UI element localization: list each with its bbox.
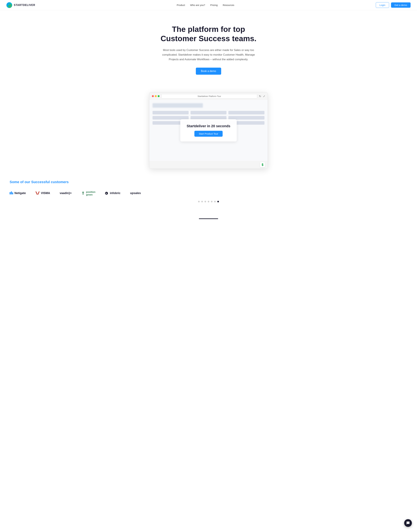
- svg-rect-1: [10, 192, 10, 194]
- hero-title-line2: Customer Success teams.: [161, 34, 256, 43]
- positiongreen-label: positiongreen: [86, 191, 95, 196]
- svg-text:b: b: [106, 192, 107, 195]
- blurred-top-bar: [153, 103, 203, 108]
- blurred-col-4: [153, 116, 189, 120]
- dot-7[interactable]: [217, 201, 219, 202]
- bottom-divider: [199, 218, 218, 219]
- nav-links: Product Who are you? Pricing Resources: [177, 4, 234, 6]
- logo-upsales: upsales: [130, 191, 141, 195]
- nav-resources[interactable]: Resources: [223, 4, 234, 6]
- customers-section: Some of our Successful customers Netigat…: [0, 169, 417, 212]
- hero-subtitle: Most tools used by Customer Success are …: [160, 48, 257, 62]
- navbar: STARTDELIVER Product Who are you? Pricin…: [0, 0, 417, 10]
- browser-mockup-wrapper: Startdeliver Platform Tour ↻ ⤢: [146, 92, 271, 169]
- nav-actions: Login Get a demo: [376, 2, 411, 8]
- nav-pricing[interactable]: Pricing: [210, 4, 218, 6]
- start-product-tour-button[interactable]: Start Product Tour: [194, 131, 223, 137]
- dot-1[interactable]: [198, 201, 200, 202]
- dot-4[interactable]: [208, 201, 209, 202]
- blurred-col-1: [153, 111, 189, 114]
- tour-title: Startdeliver in 20 seconds: [187, 124, 230, 128]
- browser-content: Startdeliver in 20 seconds Start Product…: [149, 100, 268, 161]
- logo-positiongreen: positiongreen: [81, 191, 95, 196]
- blurred-col-3: [228, 111, 264, 114]
- dot-5[interactable]: [211, 201, 212, 202]
- visma-label: VISMA: [41, 191, 50, 195]
- vaadin-label: vaadin}>: [60, 191, 72, 195]
- browser-dots: [152, 95, 160, 97]
- positiongreen-icon: [81, 191, 85, 195]
- browser-dot-yellow: [155, 95, 157, 97]
- dot-2[interactable]: [201, 201, 203, 202]
- book-demo-button[interactable]: Book a demo: [196, 68, 221, 75]
- blurred-col-2: [190, 111, 227, 114]
- bottom-section: [0, 212, 417, 219]
- logo-netigate: Netigate: [10, 191, 26, 195]
- upsales-label: upsales: [130, 191, 141, 195]
- blurred-col-row-2: [153, 116, 264, 120]
- logo-icon: [6, 2, 12, 8]
- browser-reload-icon[interactable]: ↻: [259, 95, 261, 98]
- customers-heading: Some of our Successful customers: [10, 180, 407, 184]
- nav-who-are-you[interactable]: Who are you?: [190, 4, 205, 6]
- hero-section: The platform for top Customer Success te…: [136, 10, 281, 84]
- logo-text: STARTDELIVER: [14, 4, 35, 7]
- svg-rect-2: [11, 191, 12, 194]
- carousel-dots: [10, 201, 407, 202]
- customers-heading-prefix: Some of our: [10, 180, 31, 184]
- dot-6[interactable]: [214, 201, 216, 202]
- infobric-label: infobric: [110, 191, 120, 195]
- browser-bar: Startdeliver Platform Tour ↻ ⤢: [149, 92, 268, 100]
- nav-product[interactable]: Product: [177, 4, 185, 6]
- logo-vaadin: vaadin}>: [60, 191, 72, 195]
- hero-title: The platform for top Customer Success te…: [140, 25, 277, 43]
- browser-url-bar: Startdeliver Platform Tour: [162, 94, 257, 98]
- customer-logo-row: Netigate VISMA vaadin}> positiongreen: [10, 191, 407, 196]
- browser-expand-icon[interactable]: ⤢: [263, 95, 265, 98]
- customers-heading-highlight: Successful customers: [31, 180, 69, 184]
- login-button[interactable]: Login: [376, 2, 389, 8]
- get-demo-button[interactable]: Get a demo: [391, 2, 411, 8]
- svg-marker-4: [35, 191, 40, 195]
- browser-footer: 💲: [149, 161, 268, 169]
- logo[interactable]: STARTDELIVER: [6, 2, 35, 8]
- browser-logo-badge: 💲: [260, 162, 265, 167]
- browser-dot-green: [158, 95, 160, 97]
- svg-rect-3: [12, 192, 13, 194]
- hero-title-line1: The platform for top: [172, 25, 245, 33]
- blurred-col-6: [228, 116, 264, 120]
- svg-point-0: [8, 3, 11, 7]
- logo-infobric: b infobric: [105, 191, 120, 195]
- browser-frame: Startdeliver Platform Tour ↻ ⤢: [149, 92, 268, 169]
- product-tour-overlay: Startdeliver in 20 seconds Start Product…: [180, 119, 237, 141]
- netigate-icon: [10, 191, 13, 195]
- infobric-icon: b: [105, 191, 109, 195]
- dot-3[interactable]: [205, 201, 206, 202]
- blurred-col-row-1: [153, 111, 264, 114]
- browser-dot-red: [152, 95, 154, 97]
- blurred-col-5: [190, 116, 227, 120]
- logo-visma: VISMA: [35, 191, 50, 195]
- visma-icon: [35, 191, 40, 195]
- svg-point-6: [83, 192, 83, 193]
- netigate-label: Netigate: [14, 191, 26, 195]
